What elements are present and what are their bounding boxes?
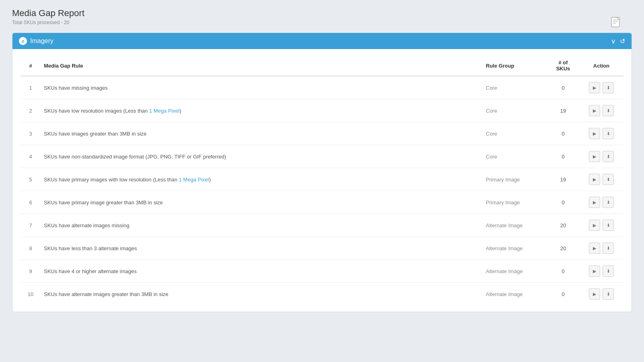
row-rule: SKUs have primary image greater than 3MB… xyxy=(41,191,483,214)
table-row: 5SKUs have primary images with low resol… xyxy=(21,168,623,191)
row-group: Alternate Image xyxy=(483,283,547,306)
row-skus: 0 xyxy=(547,145,579,168)
row-num: 7 xyxy=(21,214,41,237)
row-action: ▶⬇ xyxy=(579,168,623,191)
row-group: Core xyxy=(483,122,547,145)
row-num: 5 xyxy=(21,168,41,191)
row-num: 3 xyxy=(21,122,41,145)
row-rule: SKUs have alternate images greater than … xyxy=(41,283,483,306)
row-num: 4 xyxy=(21,145,41,168)
table-row: 7SKUs have alternate images missingAlter… xyxy=(21,214,623,237)
card-header: o Imagery ∨ ↺ xyxy=(12,33,632,49)
download-button[interactable]: ⬇ xyxy=(603,174,614,185)
download-button[interactable]: ⬇ xyxy=(603,288,614,300)
col-header-group: Rule Group xyxy=(483,56,547,76)
refresh-icon[interactable]: ↺ xyxy=(620,37,625,45)
play-button[interactable]: ▶ xyxy=(589,82,600,93)
row-skus: 20 xyxy=(547,214,579,237)
download-button[interactable]: ⬇ xyxy=(603,265,614,277)
card-header-right: ∨ ↺ xyxy=(611,37,625,45)
col-header-rule: Media Gap Rule xyxy=(41,56,483,76)
row-skus: 0 xyxy=(547,260,579,283)
row-group: Core xyxy=(483,99,547,122)
row-rule: SKUs have low resolution images (Less th… xyxy=(41,99,483,122)
table-row: 9SKUs have 4 or higher alternate imagesA… xyxy=(21,260,623,283)
row-action: ▶⬇ xyxy=(579,237,623,260)
table-row: 1SKUs have missing imagesCore0▶⬇ xyxy=(21,76,623,99)
card-body: # Media Gap Rule Rule Group # ofSKUs Act… xyxy=(12,49,632,312)
row-num: 2 xyxy=(21,99,41,122)
table-row: 2SKUs have low resolution images (Less t… xyxy=(21,99,623,122)
row-num: 10 xyxy=(21,283,41,306)
row-num: 9 xyxy=(21,260,41,283)
download-button[interactable]: ⬇ xyxy=(603,243,614,254)
col-header-num: # xyxy=(21,56,41,76)
play-button[interactable]: ▶ xyxy=(589,105,600,116)
table-row: 8SKUs have less than 3 alternate imagesA… xyxy=(21,237,623,260)
table-header-row: # Media Gap Rule Rule Group # ofSKUs Act… xyxy=(21,56,623,76)
download-button[interactable]: ⬇ xyxy=(603,151,614,162)
row-group: Alternate Image xyxy=(483,237,547,260)
imagery-card: o Imagery ∨ ↺ # Media Gap Rule Rule Grou… xyxy=(12,33,632,312)
row-num: 1 xyxy=(21,76,41,99)
row-rule: SKUs have 4 or higher alternate images xyxy=(41,260,483,283)
col-header-skus: # ofSKUs xyxy=(547,56,579,76)
row-action: ▶⬇ xyxy=(579,145,623,168)
row-skus: 0 xyxy=(547,283,579,306)
row-group: Alternate Image xyxy=(483,260,547,283)
card-header-left: o Imagery xyxy=(19,37,54,45)
row-skus: 19 xyxy=(547,99,579,122)
row-action: ▶⬇ xyxy=(579,260,623,283)
play-button[interactable]: ▶ xyxy=(589,220,600,231)
row-skus: 19 xyxy=(547,168,579,191)
row-group: Core xyxy=(483,76,547,99)
row-action: ▶⬇ xyxy=(579,99,623,122)
row-num: 8 xyxy=(21,237,41,260)
play-button[interactable]: ▶ xyxy=(589,151,600,162)
row-action: ▶⬇ xyxy=(579,283,623,306)
card-title: Imagery xyxy=(30,37,54,45)
row-rule: SKUs have missing images xyxy=(41,76,483,99)
page-header: Media Gap Report Total SKUs processed - … xyxy=(12,8,632,25)
page-subtitle: Total SKUs processed - 20 xyxy=(12,20,632,25)
rules-table: # Media Gap Rule Rule Group # ofSKUs Act… xyxy=(21,56,623,305)
row-action: ▶⬇ xyxy=(579,191,623,214)
download-button[interactable]: ⬇ xyxy=(603,105,614,116)
table-row: 3SKUs have images greater than 3MB in si… xyxy=(21,122,623,145)
play-button[interactable]: ▶ xyxy=(589,174,600,185)
pdf-export-icon[interactable] xyxy=(611,17,620,29)
row-skus: 0 xyxy=(547,76,579,99)
row-rule: SKUs have less than 3 alternate images xyxy=(41,237,483,260)
play-button[interactable]: ▶ xyxy=(589,128,600,139)
download-button[interactable]: ⬇ xyxy=(603,82,614,93)
row-action: ▶⬇ xyxy=(579,214,623,237)
play-button[interactable]: ▶ xyxy=(589,288,600,300)
page-title: Media Gap Report xyxy=(12,8,632,19)
play-button[interactable]: ▶ xyxy=(589,265,600,277)
table-row: 6SKUs have primary image greater than 3M… xyxy=(21,191,623,214)
row-skus: 0 xyxy=(547,191,579,214)
imagery-icon: o xyxy=(19,37,27,45)
download-button[interactable]: ⬇ xyxy=(603,220,614,231)
table-row: 4SKUs have non-standardized image format… xyxy=(21,145,623,168)
download-button[interactable]: ⬇ xyxy=(603,197,614,208)
row-group: Primary Image xyxy=(483,168,547,191)
row-rule: SKUs have non-standardized image format … xyxy=(41,145,483,168)
play-button[interactable]: ▶ xyxy=(589,243,600,254)
row-group: Primary Image xyxy=(483,191,547,214)
row-action: ▶⬇ xyxy=(579,122,623,145)
row-group: Core xyxy=(483,145,547,168)
row-rule: SKUs have images greater than 3MB in siz… xyxy=(41,122,483,145)
row-num: 6 xyxy=(21,191,41,214)
row-group: Alternate Image xyxy=(483,214,547,237)
col-header-action: Action xyxy=(579,56,623,76)
row-rule: SKUs have alternate images missing xyxy=(41,214,483,237)
row-skus: 20 xyxy=(547,237,579,260)
collapse-icon[interactable]: ∨ xyxy=(611,37,616,45)
row-skus: 0 xyxy=(547,122,579,145)
row-rule: SKUs have primary images with low resolu… xyxy=(41,168,483,191)
play-button[interactable]: ▶ xyxy=(589,197,600,208)
table-row: 10SKUs have alternate images greater tha… xyxy=(21,283,623,306)
download-button[interactable]: ⬇ xyxy=(603,128,614,139)
row-action: ▶⬇ xyxy=(579,76,623,99)
